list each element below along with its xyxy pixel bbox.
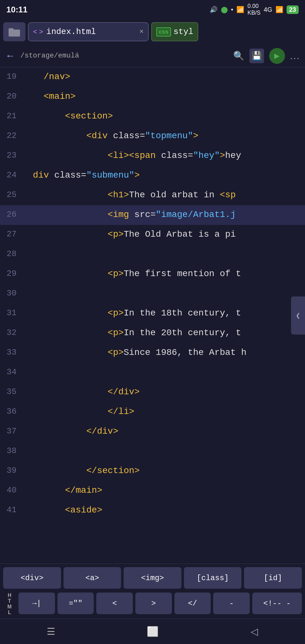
back-button[interactable]: ←	[5, 50, 15, 62]
kb-btn-id[interactable]: [id]	[244, 567, 302, 589]
line-number-28: 28	[0, 245, 22, 259]
code-line-29: 29 <p>The first mention of t	[0, 264, 305, 284]
tab-bar: < > index.html × css styl	[0, 19, 305, 44]
line-content-31: <p>In the 18th century, t	[22, 304, 305, 318]
line-number-30: 30	[0, 284, 22, 298]
sound-icon: 🔊	[210, 6, 218, 13]
kb-btn-tab[interactable]: →|	[18, 593, 55, 614]
signal-icon: 📶	[236, 6, 244, 13]
code-line-28: 28	[0, 245, 305, 264]
tab-close-button[interactable]: ×	[139, 28, 144, 36]
line-number-31: 31	[0, 304, 22, 318]
line-content-38	[22, 442, 305, 446]
run-button[interactable]: ▶	[269, 48, 285, 64]
nav-bar: ☰ ⬜ ◁	[0, 619, 305, 644]
line-number-35: 35	[0, 383, 22, 397]
file-path: /storage/emulá	[20, 52, 228, 60]
status-icons: 🔊 ⬤ • 📶 0.00KB/S 4G 📶 23	[210, 3, 299, 16]
code-line-20: 20 <main>	[0, 87, 305, 107]
line-content-23: <li><span class="hey">hey	[22, 146, 305, 160]
keyboard-bar: <div> <a> <img> [class] [id] H T M L →| …	[0, 564, 305, 619]
kb-btn-gt[interactable]: >	[135, 593, 172, 614]
keyboard-row-2: H T M L →| ="" < > </ - <!-- -	[0, 591, 305, 619]
nav-back-button[interactable]: ◁	[241, 622, 267, 641]
code-line-40: 40 </main>	[0, 481, 305, 501]
save-icon: 💾	[249, 49, 264, 63]
line-number-40: 40	[0, 481, 22, 495]
code-line-19: 19 /nav>	[0, 67, 305, 87]
kb-btn-equals[interactable]: =""	[58, 593, 94, 614]
line-content-40: </main>	[22, 481, 305, 495]
nav-home-button[interactable]: ⬜	[140, 622, 165, 641]
code-line-23: 23 <li><span class="hey">hey	[0, 146, 305, 166]
kb-btn-img[interactable]: <img>	[124, 567, 181, 589]
folder-button[interactable]	[3, 22, 25, 41]
line-content-25: <h1>The old arbat in <sp	[22, 186, 305, 200]
kb-btn-dash[interactable]: -	[213, 593, 250, 614]
line-number-36: 36	[0, 402, 22, 416]
line-content-26: <img src="image/Arbat1.j	[22, 205, 305, 220]
kb-btn-class[interactable]: [class]	[184, 567, 242, 589]
code-editor[interactable]: 19 /nav> 20 <main> 21 <section> 22 <div …	[0, 67, 305, 564]
toolbar: ← /storage/emulá 🔍 💾 ▶ ...	[0, 44, 305, 67]
line-number-38: 38	[0, 442, 22, 456]
kb-btn-close-tag[interactable]: </	[174, 593, 211, 614]
line-number-26: 26	[0, 205, 22, 219]
line-number-37: 37	[0, 422, 22, 436]
tab-index-html[interactable]: < > index.html ×	[28, 22, 149, 41]
kb-btn-lt[interactable]: <	[96, 593, 133, 614]
code-line-39: 39 </section>	[0, 461, 305, 481]
tab-css[interactable]: css styl	[151, 22, 198, 41]
kb-btn-a[interactable]: <a>	[64, 567, 121, 589]
line-content-30	[22, 284, 305, 288]
line-number-23: 23	[0, 146, 22, 160]
css-badge: css	[156, 27, 171, 37]
line-number-25: 25	[0, 186, 22, 200]
status-time: 10:11	[6, 5, 28, 15]
code-line-38: 38	[0, 442, 305, 461]
line-content-29: <p>The first mention of t	[22, 264, 305, 279]
line-content-24: div class="submenu">	[22, 166, 305, 180]
line-content-32: <p>In the 20th century, t	[22, 323, 305, 338]
scroll-arrow-icon: ❮	[296, 311, 300, 320]
line-number-27: 27	[0, 225, 22, 239]
line-content-22: <div class="topmenu">	[22, 126, 305, 141]
menu-icon: ☰	[47, 626, 55, 637]
line-number-22: 22	[0, 126, 22, 140]
line-number-33: 33	[0, 343, 22, 357]
scroll-handle[interactable]: ❮	[291, 296, 305, 335]
code-line-27: 27 <p>The Old Arbat is a pi	[0, 225, 305, 245]
line-content-39: </section>	[22, 461, 305, 476]
line-content-36: </li>	[22, 402, 305, 417]
kb-btn-div[interactable]: <div>	[3, 567, 61, 589]
code-icon: < >	[33, 28, 43, 36]
line-content-27: <p>The Old Arbat is a pi	[22, 225, 305, 239]
code-line-21: 21 <section>	[0, 107, 305, 126]
code-line-24: 24 div class="submenu">	[0, 166, 305, 186]
line-number-19: 19	[0, 67, 22, 81]
folder-icon	[9, 27, 20, 37]
line-content-21: <section>	[22, 107, 305, 121]
data-speed: 0.00KB/S	[247, 3, 261, 16]
line-content-28	[22, 245, 305, 249]
nav-menu-button[interactable]: ☰	[38, 622, 64, 641]
network-icon: 4G	[264, 6, 272, 13]
line-content-20: <main>	[22, 87, 305, 101]
kb-btn-comment[interactable]: <!-- -	[252, 593, 302, 614]
line-number-20: 20	[0, 87, 22, 101]
line-content-19: /nav>	[22, 67, 305, 82]
tab-css-label: styl	[173, 27, 193, 37]
search-button[interactable]: 🔍	[233, 51, 244, 61]
line-content-33: <p>Since 1986, the Arbat h	[22, 343, 305, 357]
code-line-31: 31 <p>In the 18th century, t	[0, 304, 305, 323]
save-button[interactable]: 💾	[249, 49, 264, 63]
dot-icon: •	[231, 6, 233, 13]
line-content-37: </div>	[22, 422, 305, 436]
battery-level: 23	[287, 5, 299, 14]
code-line-35: 35 </div>	[0, 383, 305, 402]
keyboard-row-1: <div> <a> <img> [class] [id]	[0, 564, 305, 591]
more-button[interactable]: ...	[290, 51, 300, 61]
home-icon: ⬜	[147, 626, 159, 637]
status-bar: 10:11 🔊 ⬤ • 📶 0.00KB/S 4G 📶 23	[0, 0, 305, 19]
code-line-32: 32 <p>In the 20th century, t	[0, 323, 305, 343]
